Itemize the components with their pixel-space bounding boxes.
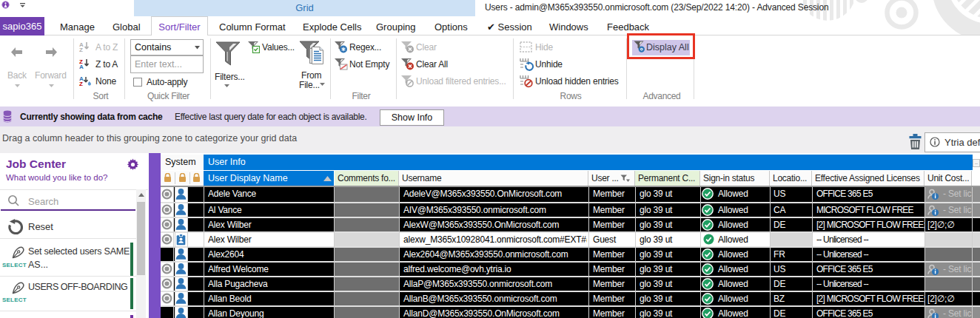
svg-text:Z: Z (79, 47, 83, 52)
svg-text:Z: Z (79, 81, 83, 86)
svg-text:A: A (79, 64, 84, 69)
